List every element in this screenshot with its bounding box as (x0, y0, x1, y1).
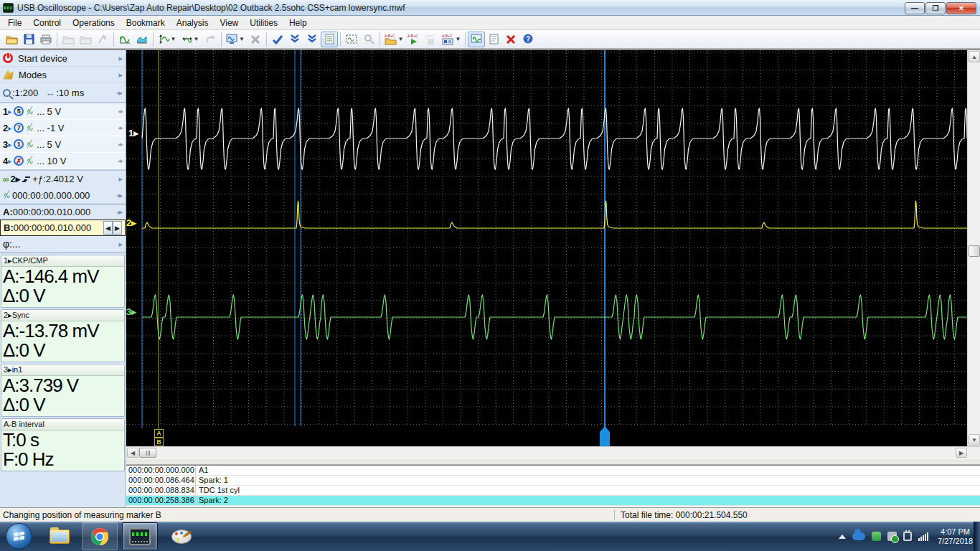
next-arrow-icon[interactable]: ▸ (118, 191, 123, 200)
scroll-up-button[interactable]: ▲ (969, 51, 980, 62)
restore-button[interactable]: ❐ (925, 2, 946, 14)
script-run-button[interactable]: A:B+C (405, 32, 423, 47)
marker-a-handle[interactable]: A (154, 429, 164, 438)
next-arrow-icon[interactable]: ▸ (118, 88, 123, 98)
help-button[interactable]: ? (519, 32, 537, 47)
menu-control[interactable]: Control (27, 17, 67, 29)
channel-4-settings-row[interactable]: 4▸✗∿... 10 V◂▸ (0, 153, 126, 169)
dropdown-caret-icon[interactable]: ▼ (171, 36, 176, 42)
zoom-settings-row[interactable]: :1:200 ↔ :10 ms ◂ ▸ (0, 83, 126, 103)
trigger-settings-row[interactable]: ∞ 2▸ +ƒ:2.4012 V ▸ (0, 169, 126, 187)
close-button[interactable]: ✕ (946, 2, 976, 14)
sync-time-row[interactable]: ∿ 000:00:00.000.000 ◂ ▸ (0, 187, 126, 204)
network-signal-icon[interactable] (918, 532, 928, 541)
menu-utilities[interactable]: Utilities (244, 17, 283, 29)
menu-file[interactable]: File (2, 17, 27, 29)
view-waveform-button[interactable] (468, 32, 485, 47)
phase-row[interactable]: φ:... ▸ (0, 236, 126, 253)
sync-time-value[interactable]: 000:00:00.000.000 (12, 190, 90, 201)
tray-expand-icon[interactable] (839, 534, 846, 539)
horizontal-zoom-button[interactable]: ▼ (179, 32, 202, 47)
print-button[interactable] (37, 32, 55, 47)
vertical-scroll-thumb[interactable] (969, 245, 980, 257)
probe-badge[interactable]: 5 (14, 106, 24, 116)
menu-operations[interactable]: Operations (67, 17, 121, 29)
script-open-button[interactable]: A:B+C▼ (382, 32, 405, 47)
marker-b-handle[interactable]: B (154, 438, 164, 446)
menu-bookmark[interactable]: Bookmark (121, 17, 171, 29)
trigger-level-value[interactable]: +ƒ:2.4012 V (32, 174, 83, 184)
accept-button[interactable] (269, 32, 286, 47)
horizontal-scroll-thumb[interactable] (139, 448, 156, 458)
range-adjust-icons[interactable]: ◂▸ (118, 157, 123, 164)
event-row[interactable]: 000:00:00.086.464Spark: 1 (126, 476, 980, 486)
dropdown-caret-icon[interactable]: ▼ (398, 36, 404, 42)
dropdown-caret-icon[interactable]: ▼ (194, 36, 199, 42)
range-adjust-icons[interactable]: ◂▸ (118, 141, 123, 148)
fragment-tool-button[interactable] (133, 32, 151, 47)
menu-analysis[interactable]: Analysis (171, 17, 215, 29)
dropdown-caret-icon[interactable]: ▼ (239, 36, 245, 42)
range-adjust-icons[interactable]: ◂▸ (118, 124, 123, 131)
minimize-button[interactable]: — (905, 2, 925, 14)
taskbar-oscilloscope-button[interactable] (122, 522, 158, 550)
marker-b-left-button[interactable]: ◀ (103, 221, 113, 235)
antivirus-icon[interactable] (872, 532, 881, 541)
taskbar-clock[interactable]: 4:07 PM 7/27/2018 (938, 527, 973, 546)
channel-2-settings-row[interactable]: 2▸7∿... -1 V◂▸ (0, 120, 126, 136)
event-log-button[interactable] (321, 32, 338, 47)
power-plan-icon[interactable] (903, 532, 912, 541)
channel-3-settings-row[interactable]: 3▸1∿... 5 V◂▸ (0, 136, 126, 153)
channel-range-value[interactable]: ... 5 V (37, 106, 61, 117)
range-adjust-icons[interactable]: ◂▸ (118, 108, 123, 115)
taskbar-paint-button[interactable] (164, 522, 199, 550)
script-config-button[interactable]: A:B+C▼ (440, 32, 463, 47)
save-file-button[interactable] (20, 32, 37, 47)
channel-range-value[interactable]: ... 10 V (37, 156, 66, 166)
scroll-left-button[interactable]: ◀ (127, 448, 138, 458)
scroll-right-button[interactable]: ▶ (956, 448, 967, 458)
measure-tool-button[interactable] (116, 32, 133, 47)
accept-all-button[interactable] (303, 32, 321, 47)
menu-help[interactable]: Help (283, 17, 313, 29)
accept-next-button[interactable] (286, 32, 303, 47)
waveform-plot[interactable]: 1▸2▸3▸ A B (126, 50, 967, 446)
taskbar-chrome-button[interactable] (82, 522, 118, 550)
start-device-button[interactable]: Start device ▸ (0, 50, 126, 67)
select-fragment-button[interactable] (343, 32, 360, 47)
menu-view[interactable]: View (214, 17, 244, 29)
show-desktop-button[interactable] (974, 522, 980, 551)
cloud-sync-icon[interactable] (852, 532, 865, 540)
vertical-scrollbar[interactable]: ▲ ▼ (967, 50, 980, 446)
next-arrow-icon[interactable]: ▸ (118, 207, 123, 217)
time-per-div-value[interactable]: :10 ms (56, 88, 84, 98)
open-file-button[interactable] (3, 32, 20, 47)
dropdown-caret-icon[interactable]: ▼ (456, 36, 461, 42)
marker-b-row[interactable]: B: 000:00:00.010.000 ◀ ▶ (0, 220, 126, 236)
channel-1-settings-row[interactable]: 1▸5∿... 5 V◂▸ (0, 103, 126, 120)
horizontal-scrollbar[interactable]: ◀ ▶ (126, 446, 980, 458)
channel-range-value[interactable]: ... -1 V (37, 123, 64, 133)
event-row[interactable]: 000:00:00.258.386Spark: 2 (126, 496, 980, 506)
marker-a-row[interactable]: A: 000:00:00.010.000 ◂ ▸ (0, 204, 126, 220)
close-file-button[interactable] (502, 32, 519, 47)
usb-safely-remove-icon[interactable] (887, 532, 897, 541)
marker-b-right-button[interactable]: ▶ (113, 221, 122, 235)
zoom-ratio-value[interactable]: :1:200 (12, 88, 38, 98)
modes-button[interactable]: Modes ▸ (0, 67, 126, 83)
probe-badge[interactable]: 7 (14, 123, 24, 133)
event-row[interactable]: 000:00:00.088.834TDC 1st cyl (126, 486, 980, 496)
probe-badge[interactable]: 1 (14, 139, 24, 149)
taskbar-explorer-button[interactable] (42, 522, 77, 550)
view-report-button[interactable] (485, 32, 502, 47)
start-button[interactable] (6, 523, 32, 550)
channel-range-value[interactable]: ... 5 V (37, 139, 61, 150)
display-mode-button[interactable]: ▼ (224, 32, 247, 47)
splitter-bar[interactable] (126, 458, 980, 465)
event-row[interactable]: 000:00:00.000.000A1 (126, 466, 980, 476)
scroll-down-button[interactable]: ▼ (969, 434, 980, 446)
probe-badge[interactable]: ✗ (14, 156, 24, 166)
marker-b-value[interactable]: 000:00:00.010.000 (14, 222, 91, 233)
vertical-zoom-button[interactable]: ▼ (156, 32, 179, 47)
marker-a-value[interactable]: 000:00:00.010.000 (13, 207, 90, 217)
